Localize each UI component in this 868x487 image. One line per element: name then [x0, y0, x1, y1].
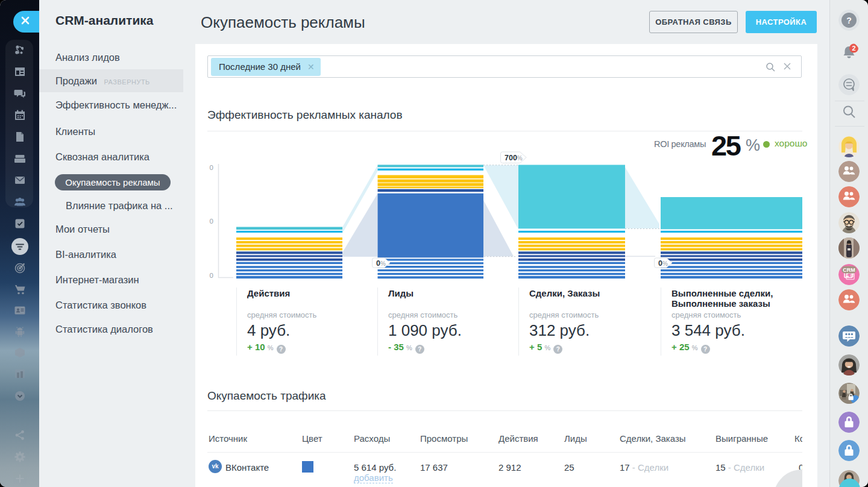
svg-text:700%: 700% [505, 154, 523, 162]
svg-text:2: 2 [852, 44, 855, 51]
svg-text:0: 0 [210, 272, 213, 279]
svg-text:CRM: CRM [843, 266, 855, 272]
svg-text:0: 0 [210, 164, 213, 171]
svg-text:0: 0 [210, 218, 213, 225]
svg-text:0%: 0% [658, 259, 668, 268]
svg-text:?: ? [846, 15, 852, 25]
svg-text:0%: 0% [376, 259, 386, 268]
